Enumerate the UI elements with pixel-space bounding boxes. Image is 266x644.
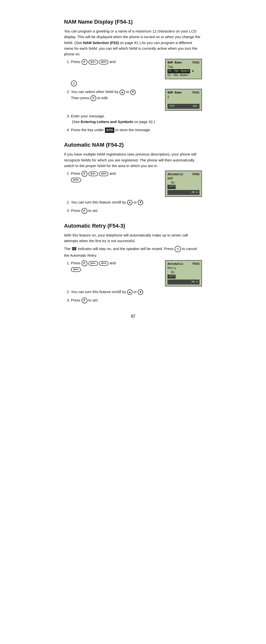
step-1-1: Press F 5JKL 4GHI and NAM Name F541 Tag bbox=[71, 59, 202, 86]
lcd-screen-2: NAM Name F541 STO abc bbox=[165, 89, 202, 110]
step-2-3: Press F to set. bbox=[71, 208, 202, 214]
down-arrow-1: ▼ bbox=[130, 90, 136, 95]
key-4ghi-2: 4GHI bbox=[99, 172, 108, 176]
step-3-3: Press F to set. bbox=[71, 297, 202, 304]
key-1: 1 bbox=[71, 80, 77, 86]
page-content: NAM Name Display (F54-1) You can program… bbox=[64, 18, 202, 319]
section-title-2: Automatic NAM (F54-2) bbox=[64, 141, 202, 149]
cancel-key-icon: ✎ bbox=[175, 246, 181, 252]
key-5jkl-3: 5JKL bbox=[88, 261, 98, 266]
key-3def: 3DEF bbox=[71, 267, 81, 272]
key-4ghi-1: 4GHI bbox=[99, 60, 108, 64]
up-arrow-1: ▲ bbox=[119, 90, 125, 95]
step-1-2: You can select other NAM by ▲ or ▼. Then… bbox=[71, 89, 202, 110]
section-intro-1: You can program a greeting or a name of … bbox=[64, 28, 202, 57]
lcd-screen-1: NAM Name F541 Tag #1 <No Name> ► #2 <No … bbox=[165, 59, 202, 79]
page-footer: 82 bbox=[64, 313, 202, 319]
step-1-3: Enter your message. (See Entering Letter… bbox=[71, 113, 202, 125]
key-f-6: F bbox=[82, 298, 87, 304]
section-title-3: Automatic Retry (F54-3) bbox=[64, 222, 202, 230]
down-arrow-3: ▼ bbox=[138, 290, 143, 295]
step-3-1: Press F 5JKL 4GHI and 3DEF. Automatic F5… bbox=[71, 260, 202, 286]
step-1-4: Press the key under STO to store the mes… bbox=[71, 127, 202, 133]
step-3-2: You can turn this feature on/off by ▲ or… bbox=[71, 289, 202, 295]
lcd-screen-3: Automatic F542 NAM On ✓Off OK ► bbox=[165, 170, 202, 197]
key-f-2: F bbox=[90, 95, 96, 101]
phone-icon: ☎ bbox=[71, 246, 77, 251]
section-intro-3b: The ☎ indicator will stay on, and the sp… bbox=[64, 246, 202, 258]
section-intro-2: If you have multiple NAM registrations (… bbox=[64, 151, 202, 168]
steps-list-2: Press F 5JKL 4GHI and 2ABC. Automatic F5… bbox=[71, 170, 202, 214]
lcd-ok-bar-1: OK ► bbox=[167, 190, 199, 195]
step-2-1: Press F 5JKL 4GHI and 2ABC. Automatic F5… bbox=[71, 170, 202, 197]
section-automatic-nam: Automatic NAM (F54-2) If you have multip… bbox=[64, 141, 202, 214]
lcd-ok-bar-2: OK ► bbox=[167, 280, 199, 284]
up-arrow-2: ▲ bbox=[127, 200, 133, 205]
down-arrow-2: ▼ bbox=[138, 200, 143, 205]
section-nam-name-display: NAM Name Display (F54-1) You can program… bbox=[64, 18, 202, 133]
sto-box: STO bbox=[105, 128, 115, 133]
key-5jkl-2: 5JKL bbox=[88, 172, 98, 176]
step-2-2: You can turn this feature on/off by ▲ or… bbox=[71, 199, 202, 205]
steps-list-3: Press F 5JKL 4GHI and 3DEF. Automatic F5… bbox=[71, 260, 202, 304]
key-f-4: F bbox=[82, 208, 87, 214]
key-4ghi-3: 4GHI bbox=[99, 261, 108, 266]
key-f-5: F bbox=[82, 260, 87, 266]
key-f-1: F bbox=[82, 59, 87, 65]
steps-list-1: Press F 5JKL 4GHI and NAM Name F541 Tag bbox=[71, 59, 202, 133]
key-f-3: F bbox=[82, 171, 87, 177]
section-automatic-retry: Automatic Retry (F54-3) With this featur… bbox=[64, 222, 202, 304]
key-5jkl-1: 5JKL bbox=[88, 60, 98, 64]
key-2abc: 2ABC bbox=[71, 178, 81, 182]
up-arrow-3: ▲ bbox=[127, 290, 133, 295]
lcd-screen-4: Automatic F543 Retry On ✓Off OK ► bbox=[165, 260, 202, 286]
page-number: 82 bbox=[131, 314, 135, 318]
lcd-bottom-bar-1: STO abc bbox=[167, 104, 199, 108]
section-intro-3a: With this feature on, your telephone wil… bbox=[64, 232, 202, 244]
section-title-1: NAM Name Display (F54-1) bbox=[64, 18, 202, 26]
